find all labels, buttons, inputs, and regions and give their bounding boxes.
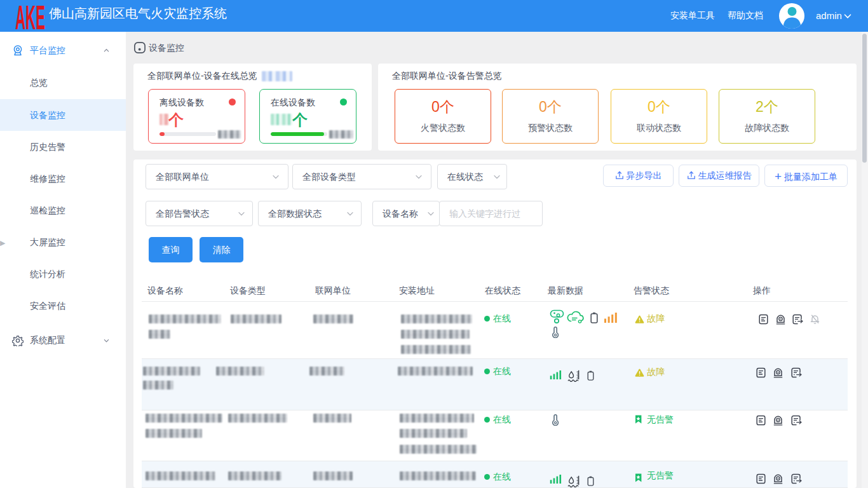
svg-text:AKE: AKE — [15, 4, 45, 30]
